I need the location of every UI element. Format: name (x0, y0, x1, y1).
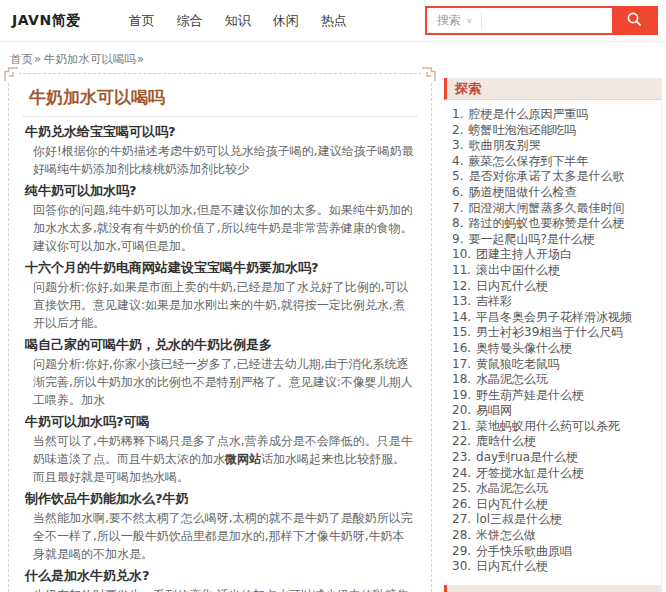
list-item-label: 平昌冬奥会男子花样滑冰视频 (476, 310, 632, 324)
site-logo[interactable]: JAVN简爱 (12, 12, 81, 30)
list-item-number: 14. (452, 310, 471, 324)
explore-list-item[interactable]: 8.路过的蚂蚁也要称赞是什么梗 (452, 216, 661, 232)
list-item-label: 螃蟹吐泡泡还能吃吗 (468, 123, 576, 137)
explore-list-item[interactable]: 16.奥特曼头像什么梗 (452, 341, 661, 357)
list-item-number: 18. (452, 372, 471, 386)
explore-list-item[interactable]: 1.腔梗是什么原因严重吗 (452, 107, 661, 123)
explore-list-item[interactable]: 17.黄鼠狼吃老鼠吗 (452, 357, 661, 373)
list-item-label: 日内瓦什么梗 (476, 497, 548, 511)
explore-list-item[interactable]: 13.吉祥彩 (452, 294, 661, 310)
search-icon (626, 11, 643, 31)
list-item-number: 6. (452, 185, 463, 199)
explore-list-item[interactable]: 21.菜地蚂蚁用什么药可以杀死 (452, 419, 661, 435)
explore-list-item[interactable]: 25.水晶泥怎么玩 (452, 481, 661, 497)
nav-item-3[interactable]: 休闲 (273, 12, 299, 30)
section-paragraph: 当然可以了,牛奶稀释下喝只是多了点水,营养成分是不会降低的。只是牛奶味道淡了点。… (33, 432, 415, 486)
breadcrumb-separator: » (137, 52, 144, 66)
chevron-down-icon: ∨ (466, 17, 473, 25)
nav-item-4[interactable]: 热点 (321, 12, 347, 30)
breadcrumb-link-1[interactable]: 牛奶加水可以喝吗 (44, 52, 136, 66)
list-item-number: 10. (452, 247, 471, 261)
section-heading-6: 什么是加水牛奶兑水? (25, 569, 415, 583)
list-item-label: 奥特曼头像什么梗 (476, 341, 572, 355)
section-paragraph: 当然能加水啊,要不然太稠了怎么喝呀,太稠的就不是牛奶了是酸奶所以完全不一样了,所… (33, 509, 415, 563)
explore-list-item[interactable]: 6.肠道梗阻做什么检查 (452, 185, 661, 201)
search-category-label: 搜索 (437, 12, 461, 29)
explore-list-item[interactable]: 3.歌曲朋友别哭 (452, 138, 661, 154)
explore-list-item[interactable]: 2.螃蟹吐泡泡还能吃吗 (452, 123, 661, 139)
list-item-number: 7. (452, 201, 463, 215)
paragraph-text: 问题分析:你好,你家小孩已经一岁多了,已经进去幼儿期,由于消化系统逐渐完善,所以… (33, 357, 413, 407)
breadcrumb-separator: » (34, 52, 41, 66)
explore-list-item[interactable]: 26.日内瓦什么梗 (452, 497, 661, 513)
list-item-label: 日内瓦什么梗 (476, 559, 548, 573)
list-item-label: 易唱网 (476, 403, 512, 417)
list-item-label: day到rua是什么梗 (476, 450, 578, 464)
explore-list-item[interactable]: 20.易唱网 (452, 403, 661, 419)
list-item-label: 水晶泥怎么玩 (476, 481, 548, 495)
explore-list-item[interactable]: 4.蕨菜怎么保存到下半年 (452, 154, 661, 170)
paragraph-text: 问题分析:你好,如果是市面上卖的牛奶,已经是加了水兑好了比例的,可以直接饮用。意… (33, 280, 409, 330)
list-item-label: 日内瓦什么梗 (476, 279, 548, 293)
top-header: JAVN简爱 首页综合知识休闲热点 搜索 ∨ (0, 0, 666, 42)
explore-list-item[interactable]: 15.男士衬衫39相当于什么尺码 (452, 325, 661, 341)
search-button[interactable] (612, 8, 656, 33)
list-item-number: 30. (452, 559, 471, 573)
explore-list-item[interactable]: 28.米饼怎么做 (452, 528, 661, 544)
list-item-label: 米饼怎么做 (476, 528, 536, 542)
sidebar: 探索 1.腔梗是什么原因严重吗2.螃蟹吐泡泡还能吃吗3.歌曲朋友别哭4.蕨菜怎么… (444, 78, 662, 592)
explore-list-item[interactable]: 9.要一起爬山吗?是什么梗 (452, 232, 661, 248)
list-item-number: 29. (452, 544, 471, 558)
list-item-number: 2. (452, 123, 463, 137)
list-item-number: 21. (452, 419, 471, 433)
explore-list-item[interactable]: 24.牙签搅水缸是什么梗 (452, 466, 661, 482)
list-item-label: 黄鼠狼吃老鼠吗 (476, 357, 560, 371)
explore-list-item[interactable]: 18.水晶泥怎么玩 (452, 372, 661, 388)
list-item-number: 4. (452, 154, 463, 168)
list-item-number: 15. (452, 325, 471, 339)
nav-item-2[interactable]: 知识 (225, 12, 251, 30)
article-panel: 牛奶加水可以喝吗 牛奶兑水给宝宝喝可以吗?你好!根据你的牛奶描述考虑牛奶可以兑水… (8, 73, 432, 592)
explore-list-item[interactable]: 12.日内瓦什么梗 (452, 279, 661, 295)
explore-list-item[interactable]: 29.分手快乐歌曲原唱 (452, 544, 661, 560)
breadcrumb-link-0[interactable]: 首页 (10, 52, 33, 66)
list-item-label: 蕨菜怎么保存到下半年 (468, 154, 588, 168)
keyword-link[interactable]: 微网站 (225, 452, 261, 466)
search-input[interactable] (482, 8, 612, 33)
section-heading-2: 十六个月的牛奶电商网站建设宝宝喝牛奶要加水吗? (25, 261, 415, 275)
explore-list-item[interactable]: 11.滚出中国什么梗 (452, 263, 661, 279)
nav-item-1[interactable]: 综合 (177, 12, 203, 30)
explore-list-item[interactable]: 19.野生葫芦娃是什么梗 (452, 388, 661, 404)
list-item-number: 23. (452, 450, 471, 464)
explore-list-item[interactable]: 22.鹿晗什么梗 (452, 434, 661, 450)
list-item-number: 20. (452, 403, 471, 417)
list-item-label: 分手快乐歌曲原唱 (476, 544, 572, 558)
explore-list-item[interactable]: 27.lol三叔是什么梗 (452, 512, 661, 528)
list-item-number: 24. (452, 466, 471, 480)
list-item-label: 团建主持人开场白 (476, 247, 572, 261)
list-item-number: 9. (452, 232, 463, 246)
explore-list-item[interactable]: 14.平昌冬奥会男子花样滑冰视频 (452, 310, 661, 326)
sidebar-explore-header: 探索 (444, 78, 661, 100)
explore-list-item[interactable]: 7.阳澄湖大闸蟹蒸多久最佳时间 (452, 201, 661, 217)
list-item-label: 肠道梗阻做什么检查 (468, 185, 576, 199)
search-box: 搜索 ∨ (425, 6, 658, 35)
section-heading-3: 喝自己家的可喝牛奶，兑水的牛奶比例是多 (25, 338, 415, 352)
list-item-number: 27. (452, 512, 471, 526)
explore-list-item[interactable]: 30.日内瓦什么梗 (452, 559, 661, 575)
list-item-number: 1. (452, 107, 463, 121)
search-category-dropdown[interactable]: 搜索 ∨ (427, 12, 481, 29)
section-paragraph: 问题分析:你好,如果是市面上卖的牛奶,已经是加了水兑好了比例的,可以直接饮用。意… (33, 278, 415, 332)
list-item-label: 水晶泥怎么玩 (476, 372, 548, 386)
content-area: 牛奶加水可以喝吗 牛奶兑水给宝宝喝可以吗?你好!根据你的牛奶描述考虑牛奶可以兑水… (0, 73, 666, 592)
nav-item-0[interactable]: 首页 (129, 12, 155, 30)
section-paragraph: 牛奶在加热时要发生一系列的变化,适当的加点水可以减少奶中的乳糖焦化。煮沸后再继续… (33, 586, 415, 592)
page-title: 牛奶加水可以喝吗 (23, 82, 417, 117)
list-item-number: 16. (452, 341, 471, 355)
explore-list-item[interactable]: 23.day到rua是什么梗 (452, 450, 661, 466)
explore-list-item[interactable]: 5.是否对你承诺了太多是什么歌 (452, 169, 661, 185)
list-item-number: 3. (452, 138, 463, 152)
explore-list-item[interactable]: 10.团建主持人开场白 (452, 247, 661, 263)
corner-ornament-top-right (421, 67, 436, 82)
breadcrumb: 首页»牛奶加水可以喝吗» (0, 42, 666, 73)
